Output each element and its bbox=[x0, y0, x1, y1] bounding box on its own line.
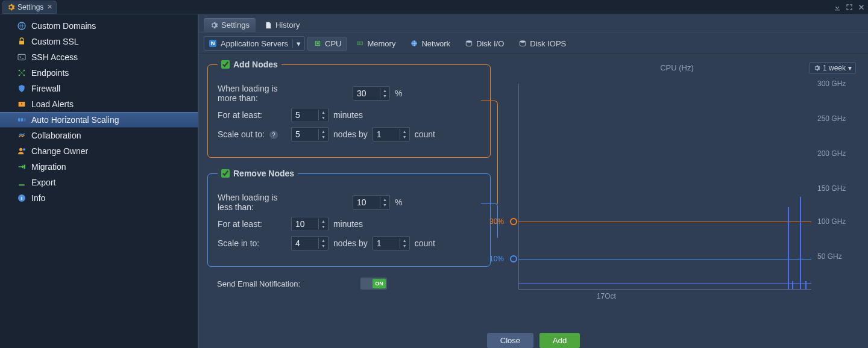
close-button[interactable]: Close bbox=[487, 333, 533, 348]
svg-text:N: N bbox=[211, 40, 215, 46]
add-scale-spinner[interactable]: ▲▼ bbox=[291, 127, 329, 141]
add-by-input[interactable] bbox=[373, 128, 400, 141]
spinner-down-icon[interactable]: ▼ bbox=[380, 202, 389, 208]
metric-label: CPU bbox=[325, 39, 341, 48]
window-tab[interactable]: Settings ✕ bbox=[2, 1, 57, 14]
alert-icon bbox=[17, 99, 27, 109]
email-notification-toggle[interactable]: ON bbox=[360, 278, 387, 290]
add-nodes-checkbox[interactable] bbox=[221, 60, 230, 69]
sidebar-item-export[interactable]: Export bbox=[0, 175, 198, 190]
sidebar-item-auto-horizontal-scaling[interactable]: Auto Horizontal Scaling bbox=[0, 112, 198, 128]
add-button[interactable]: Add bbox=[539, 333, 580, 348]
sidebar-item-info[interactable]: iInfo bbox=[0, 190, 198, 206]
remove-by-spinner[interactable]: ▲▼ bbox=[373, 236, 410, 250]
remove-by-input[interactable] bbox=[373, 237, 400, 250]
remove-when-input[interactable] bbox=[353, 196, 380, 209]
svg-rect-1 bbox=[19, 41, 24, 45]
remove-for-unit: minutes bbox=[333, 219, 363, 229]
spinner-down-icon[interactable]: ▼ bbox=[400, 243, 409, 249]
add-when-label: When loading is more than: bbox=[218, 84, 291, 103]
sidebar-item-migration[interactable]: Migration bbox=[0, 159, 198, 175]
close-icon[interactable] bbox=[857, 3, 866, 11]
remove-for-label: For at least: bbox=[218, 219, 291, 229]
spinner-up-icon[interactable]: ▲ bbox=[319, 219, 328, 224]
add-scale-unit: nodes by bbox=[333, 129, 368, 139]
memory-icon bbox=[356, 39, 364, 48]
spinner-up-icon[interactable]: ▲ bbox=[400, 129, 409, 134]
gear-icon bbox=[7, 3, 15, 11]
add-when-spinner[interactable]: ▲▼ bbox=[353, 86, 390, 101]
add-by-unit: count bbox=[415, 129, 435, 139]
remove-scale-label: Scale in to: bbox=[218, 238, 291, 248]
spinner-down-icon[interactable]: ▼ bbox=[400, 134, 409, 140]
toggle-state: ON bbox=[373, 279, 386, 288]
remove-threshold-handle[interactable] bbox=[510, 255, 517, 263]
sidebar-item-custom-ssl[interactable]: Custom SSL bbox=[0, 34, 198, 49]
metric-disk-io[interactable]: Disk I/O bbox=[459, 37, 510, 51]
spinner-up-icon[interactable]: ▲ bbox=[400, 238, 409, 243]
sidebar-item-ssh-access[interactable]: SSH Access bbox=[0, 49, 198, 65]
spinner-up-icon[interactable]: ▲ bbox=[380, 197, 389, 202]
gear-icon bbox=[210, 21, 218, 30]
remove-scale-input[interactable] bbox=[292, 237, 318, 250]
spinner-down-icon[interactable]: ▼ bbox=[319, 224, 328, 229]
server-type-dropdown[interactable]: N Application Servers ▾ bbox=[204, 36, 305, 51]
sidebar-item-label: Collaboration bbox=[31, 131, 81, 140]
expand-icon[interactable] bbox=[845, 3, 854, 11]
migrate-icon bbox=[17, 162, 27, 172]
add-threshold-handle[interactable] bbox=[510, 218, 517, 225]
chart-range-dropdown[interactable]: 1 week ▾ bbox=[809, 62, 856, 74]
add-for-spinner[interactable]: ▲▼ bbox=[291, 108, 329, 122]
ytick: 200 GHz bbox=[811, 149, 846, 158]
svg-rect-13 bbox=[24, 165, 25, 169]
spinner-up-icon[interactable]: ▲ bbox=[380, 88, 389, 93]
remove-nodes-checkbox[interactable] bbox=[221, 169, 230, 178]
tab-history[interactable]: History bbox=[258, 18, 306, 32]
metric-cpu[interactable]: CPU bbox=[307, 37, 347, 51]
sidebar-item-endpoints[interactable]: Endpoints bbox=[0, 65, 198, 81]
spinner-down-icon[interactable]: ▼ bbox=[319, 243, 328, 249]
add-scale-input[interactable] bbox=[292, 128, 318, 141]
svg-point-23 bbox=[520, 40, 526, 43]
add-when-unit: % bbox=[395, 89, 402, 98]
sidebar-item-change-owner[interactable]: Change Owner bbox=[0, 143, 198, 159]
svg-rect-20 bbox=[357, 42, 363, 45]
spinner-up-icon[interactable]: ▲ bbox=[319, 238, 328, 243]
ytick: 250 GHz bbox=[811, 114, 846, 123]
sidebar-item-custom-domains[interactable]: Custom Domains bbox=[0, 18, 198, 34]
cpu-icon bbox=[313, 39, 322, 48]
chart-range-label: 1 week bbox=[823, 64, 846, 72]
spinner-down-icon[interactable]: ▼ bbox=[319, 115, 328, 120]
add-for-input[interactable] bbox=[292, 108, 318, 122]
metric-disk-iops[interactable]: Disk IOPS bbox=[512, 37, 572, 51]
svg-rect-19 bbox=[316, 42, 319, 45]
metric-memory[interactable]: Memory bbox=[350, 37, 401, 51]
sidebar-item-label: Custom Domains bbox=[31, 21, 96, 31]
remove-scale-spinner[interactable]: ▲▼ bbox=[291, 236, 329, 250]
add-when-input[interactable] bbox=[353, 87, 380, 100]
remove-when-spinner[interactable]: ▲▼ bbox=[353, 195, 390, 210]
spinner-up-icon[interactable]: ▲ bbox=[319, 129, 328, 134]
metric-network[interactable]: Network bbox=[404, 37, 456, 51]
help-icon[interactable]: ? bbox=[269, 131, 278, 139]
remove-by-unit: count bbox=[415, 238, 435, 248]
remove-for-spinner[interactable]: ▲▼ bbox=[291, 217, 329, 231]
disk-icon bbox=[465, 39, 473, 48]
spinner-down-icon[interactable]: ▼ bbox=[380, 93, 389, 99]
spinner-down-icon[interactable]: ▼ bbox=[319, 134, 328, 140]
tab-label: Settings bbox=[221, 20, 250, 30]
user-icon bbox=[17, 146, 27, 156]
sidebar-item-load-alerts[interactable]: Load Alerts bbox=[0, 96, 198, 112]
spinner-up-icon[interactable]: ▲ bbox=[319, 110, 328, 115]
tab-settings[interactable]: Settings bbox=[204, 18, 256, 32]
remove-nodes-title: Remove Nodes bbox=[233, 169, 294, 178]
sidebar-item-label: Auto Horizontal Scaling bbox=[31, 115, 119, 125]
add-by-spinner[interactable]: ▲▼ bbox=[373, 127, 410, 141]
sidebar-item-firewall[interactable]: Firewall bbox=[0, 81, 198, 96]
sidebar-item-collaboration[interactable]: Collaboration bbox=[0, 128, 198, 143]
sidebar: Custom Domains Custom SSL SSH Access End… bbox=[0, 14, 199, 348]
close-tab-icon[interactable]: ✕ bbox=[47, 3, 52, 11]
sidebar-item-label: Firewall bbox=[31, 84, 60, 93]
remove-for-input[interactable] bbox=[292, 217, 318, 231]
download-icon[interactable] bbox=[833, 3, 841, 11]
